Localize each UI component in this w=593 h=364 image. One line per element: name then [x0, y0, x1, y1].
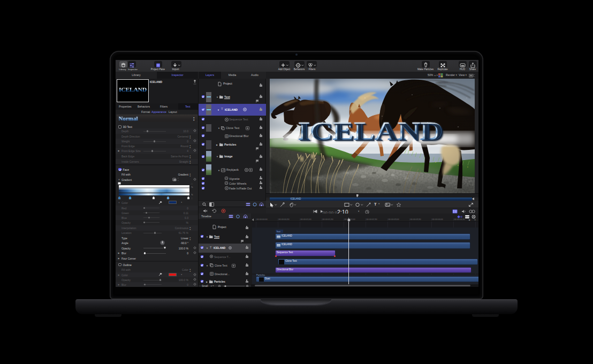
svg-text:%: % [191, 186, 193, 188]
svg-text:%: % [191, 193, 193, 196]
svg-text:∷: ∷ [191, 197, 193, 200]
svg-text:∷: ∷ [191, 183, 193, 185]
